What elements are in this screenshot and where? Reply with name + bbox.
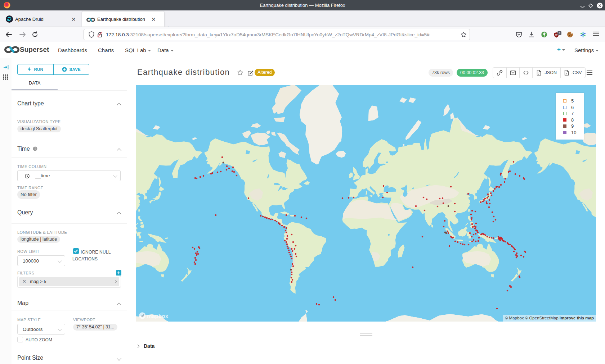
svg-text:2: 2: [559, 32, 560, 35]
svg-text:mapbox: mapbox: [147, 313, 169, 319]
